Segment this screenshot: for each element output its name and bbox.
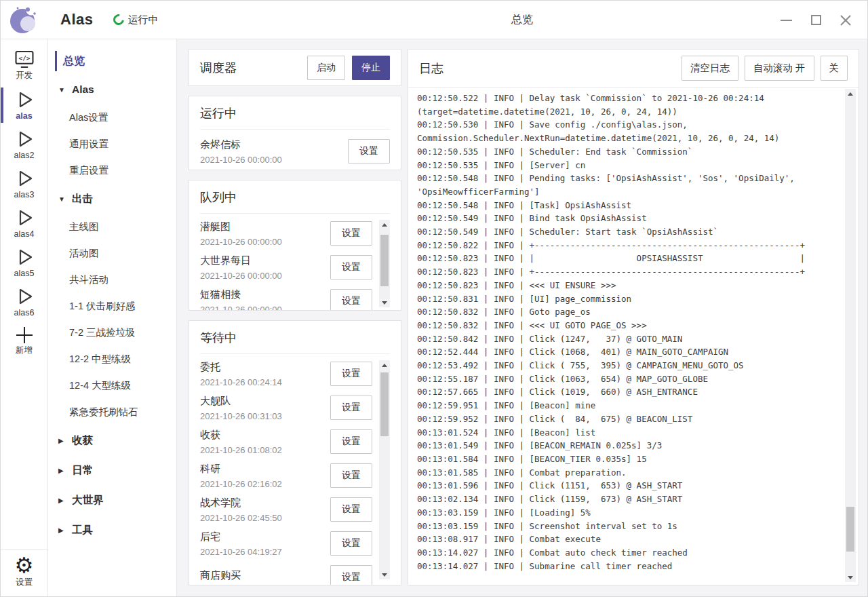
- nav-item[interactable]: ▶ 日常: [48, 455, 176, 485]
- task-settings-button[interactable]: 设置: [330, 463, 372, 488]
- scroll-down-arrow-icon[interactable]: [379, 570, 390, 579]
- scheduler-status-label: 运行中: [127, 14, 158, 26]
- minimize-button[interactable]: [771, 7, 801, 34]
- scrollbar-thumb[interactable]: [380, 372, 389, 436]
- maximize-button[interactable]: [801, 7, 831, 34]
- nav-item[interactable]: ▼ 出击: [48, 184, 176, 214]
- nav-item[interactable]: 主线图: [48, 214, 176, 240]
- nav-item-label: Alas设置: [69, 111, 108, 124]
- scroll-up-arrow-icon[interactable]: [379, 360, 390, 370]
- rail-item-instance[interactable]: alas2: [1, 125, 48, 164]
- nav-item[interactable]: ▼ Alas: [48, 75, 176, 104]
- rail-item-instance[interactable]: alas6: [1, 282, 48, 322]
- nav-item[interactable]: 共斗活动: [48, 267, 176, 293]
- log-output[interactable]: 00:12:50.522 | INFO | Delay task `Commis…: [408, 88, 846, 584]
- nav-item-label: 出击: [72, 192, 93, 206]
- nav-item[interactable]: 紧急委托刷钻石: [48, 399, 176, 425]
- task-settings-button[interactable]: 设置: [330, 429, 372, 454]
- scrollbar-thumb[interactable]: [380, 235, 389, 286]
- scroll-up-arrow-icon[interactable]: [379, 220, 390, 229]
- stop-button[interactable]: 停止: [352, 56, 390, 80]
- scroll-up-arrow-icon[interactable]: [845, 89, 856, 98]
- nav-item[interactable]: 1-1 伏击刷好感: [48, 293, 176, 320]
- rail-item-instance[interactable]: alas3: [1, 164, 48, 204]
- rail-item-label: alas3: [14, 190, 35, 199]
- nav-item[interactable]: 重启设置: [48, 157, 176, 184]
- chevron-icon: ▶: [58, 526, 72, 534]
- task-time: 2021-10-26 04:19:27: [200, 547, 282, 557]
- close-button[interactable]: [831, 7, 861, 34]
- waiting-panel: 等待中 委托 2021-10-26 00:24:14 设置 大舰队: [189, 320, 401, 585]
- task-row: 收获 2021-10-26 01:08:02 设置: [200, 425, 390, 459]
- log-line: 00:12:52.444 | INFO | Click (1068, 401) …: [417, 345, 845, 359]
- log-scrollbar[interactable]: [845, 89, 856, 582]
- task-name: 短猫相接: [200, 288, 282, 301]
- nav-item-label: 日常: [72, 463, 93, 478]
- rail-item-dev[interactable]: </> 开发: [1, 46, 48, 85]
- task-name: 后宅: [200, 531, 282, 543]
- task-row: 委托 2021-10-26 00:24:14 设置: [200, 357, 390, 391]
- task-row: 余烬信标 2021-10-26 00:00:00 设置: [200, 132, 390, 170]
- log-line: 00:12:50.530 | INFO | Save config ./conf…: [417, 118, 845, 145]
- nav-item[interactable]: 12-2 中型练级: [48, 346, 176, 372]
- scrollbar-thumb[interactable]: [846, 507, 854, 552]
- log-line: 00:12:50.549 | INFO | Bind task OpsiAshA…: [417, 212, 845, 225]
- task-settings-button[interactable]: 设置: [330, 362, 372, 386]
- scheduler-panel: 调度器 启动 停止: [189, 49, 401, 86]
- rail-item-instance[interactable]: alas: [1, 85, 48, 125]
- play-icon: [14, 286, 35, 307]
- rail-item-add[interactable]: 新增: [1, 322, 48, 361]
- scroll-down-arrow-icon[interactable]: [845, 573, 856, 582]
- rail-item-instance[interactable]: alas5: [1, 243, 48, 282]
- task-time: 2021-10-26 01:08:02: [200, 445, 282, 455]
- rail-item-label: alas: [16, 111, 32, 121]
- nav-item-label: 共斗活动: [69, 273, 108, 286]
- task-settings-button[interactable]: 设置: [330, 396, 372, 420]
- nav-item-label: Alas: [72, 83, 94, 96]
- nav-item[interactable]: Alas设置: [48, 104, 176, 131]
- nav-item[interactable]: ▶ 工具: [48, 515, 176, 545]
- autoscroll-toggle-button[interactable]: 自动滚动 开: [745, 56, 814, 81]
- rail-item-label: alas4: [14, 229, 35, 239]
- nav-item-label: 12-2 中型练级: [69, 353, 131, 366]
- log-line: 00:12:50.535 | INFO | Scheduler: End tas…: [417, 145, 845, 159]
- rail-item-instance[interactable]: alas4: [1, 204, 48, 243]
- task-settings-button[interactable]: 设置: [330, 497, 372, 522]
- play-icon: [14, 247, 35, 267]
- log-off-button[interactable]: 关: [821, 56, 848, 81]
- task-settings-button[interactable]: 设置: [330, 221, 372, 246]
- task-settings-button[interactable]: 设置: [348, 139, 390, 163]
- log-line: 00:12:50.823 | INFO | +-----------------…: [417, 265, 845, 279]
- task-settings-button[interactable]: 设置: [330, 531, 372, 556]
- log-line: 00:13:02.134 | INFO | Click (1159, 673) …: [417, 493, 845, 506]
- nav-item-label: 紧急委托刷钻石: [69, 406, 138, 419]
- rail-item-settings[interactable]: ⚙ 设置: [1, 549, 48, 596]
- running-title: 运行中: [200, 107, 237, 120]
- start-button[interactable]: 启动: [307, 56, 345, 80]
- nav-item[interactable]: 活动图: [48, 240, 176, 267]
- task-name: 委托: [200, 361, 282, 374]
- task-settings-button[interactable]: 设置: [330, 289, 372, 311]
- svg-text:</>: </>: [18, 54, 30, 62]
- minimize-icon: [781, 20, 792, 21]
- log-line: 00:13:01.549 | INFO | [BEACON_REMAIN 0.0…: [417, 439, 845, 452]
- nav-item[interactable]: ▶ 收获: [48, 425, 176, 455]
- nav-item[interactable]: 总览: [48, 47, 176, 75]
- waiting-scrollbar[interactable]: [379, 360, 390, 579]
- task-settings-button[interactable]: 设置: [330, 565, 372, 585]
- nav-item[interactable]: ▶ 大世界: [48, 485, 176, 515]
- clear-log-button[interactable]: 清空日志: [682, 56, 738, 81]
- task-time: 2021-10-26 00:00:00: [200, 155, 282, 165]
- task-row: 商店购买 设置: [200, 560, 390, 585]
- nav-item[interactable]: 12-4 大型练级: [48, 372, 176, 399]
- task-settings-button[interactable]: 设置: [330, 255, 372, 280]
- log-line: 00:13:14.027 | INFO | Combat auto check …: [417, 546, 845, 560]
- queued-scrollbar[interactable]: [379, 220, 390, 307]
- log-line: 00:12:50.548 | INFO | Pending tasks: ['O…: [417, 172, 845, 198]
- log-line: 00:13:03.159 | INFO | Screenshot interva…: [417, 520, 845, 533]
- nav-item[interactable]: 7-2 三战捡垃圾: [48, 320, 176, 346]
- log-line: 00:12:50.823 | INFO | <<< UI ENSURE >>>: [417, 279, 845, 292]
- nav-item[interactable]: 通用设置: [48, 131, 176, 157]
- log-line: 00:12:53.492 | INFO | Click ( 755, 395) …: [417, 359, 845, 372]
- scroll-down-arrow-icon[interactable]: [379, 298, 390, 307]
